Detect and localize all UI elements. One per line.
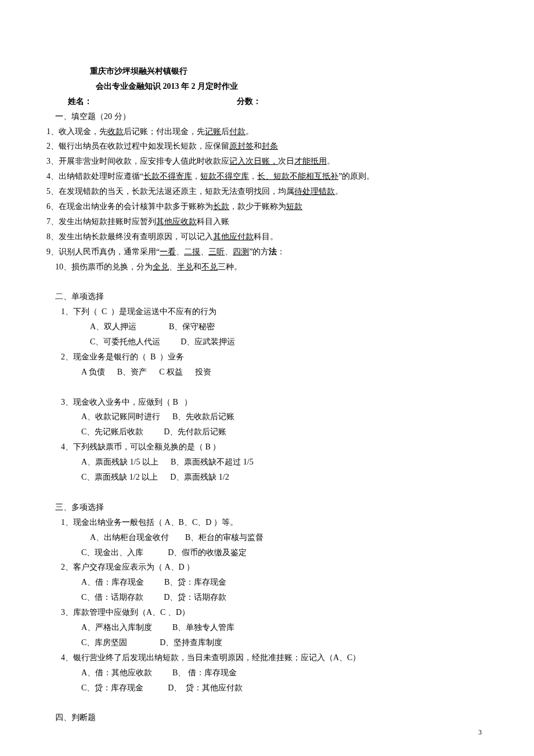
s3-q3: 3、库款管理中应做到（A、C 、D） (61, 605, 482, 620)
s1-q6: 6、在现金出纳业务的会计核算中款多于账称为长款，款少于账称为短款 (46, 199, 482, 214)
s1-q1: 1、收入现金，先收款后记账；付出现金，先记账后付款。 (46, 124, 482, 139)
page-number: 3 (478, 726, 482, 739)
s2-q1: 1、下列（ C ）是现金运送中不应有的行为 (61, 304, 482, 319)
s1-q8: 8、发生出纳长款最终没有查明原因，可以记入其他应付款科目。 (46, 229, 482, 244)
s2-q1-cd: C、可委托他人代运 D、应武装押运 (90, 334, 482, 350)
section3-heading: 三、多项选择 (55, 500, 482, 515)
s3-q4-ab: A、借：其他应收款 B、 借：库存现金 (81, 665, 482, 681)
section1-heading: 一、填空题（20 分） (55, 109, 482, 124)
s1-q4: 4、出纳错款处理时应遵循“长款不得寄库，短款不得空库，长、短款不能相互抵补”的原… (46, 169, 482, 184)
s1-q5: 5、在发现错款的当天，长款无法退还原主，短款无法查明找回，均属待处理错款。 (46, 184, 482, 199)
s1-q3: 3、开展非营业时间收款，应安排专人值此时收款应记入次日账，次日才能抵用。 (46, 154, 482, 169)
s3-q3-ab: A、严格出入库制度 B、单独专人管库 (81, 620, 482, 635)
s3-q3-cd: C、库房坚固 D、坚持查库制度 (81, 635, 482, 650)
s3-q4: 4、银行营业终了后发现出纳短款，当日未查明原因，经批准挂账；应记入（A、C） (61, 650, 482, 665)
document-page: 重庆市沙坪坝融兴村镇银行 会出专业金融知识 2013 年 2 月定时作业 姓名：… (0, 0, 534, 756)
s3-q1-cd: C、现金出、入库 D、假币的收缴及鉴定 (81, 545, 482, 560)
s2-q3-ab: A、收款记账同时进行 B、先收款后记账 (81, 409, 482, 424)
s3-q2-cd: C、借：话期存款 D、贷：话期存款 (81, 590, 482, 605)
s2-q4: 4、下列残缺票币，可以全额兑换的是（ B ） (61, 440, 482, 455)
s3-q2: 2、客户交存现金应表示为（ A、D ） (61, 560, 482, 575)
s3-q1: 1、现金出纳业务一般包括（ A、B、C、D ）等。 (61, 515, 482, 530)
s3-q1-ab: A、出纳柜台现金收付 B、柜台的审核与监督 (90, 530, 482, 545)
s1-q2: 2、银行出纳员在收款过程中如发现长短款，应保留原封签和封条 (46, 139, 482, 154)
name-label: 姓名： (68, 97, 92, 106)
s1-q9: 9、识别人民币真伪，通常采用“一看、二摸、三听、四测”的方法： (46, 244, 482, 260)
s3-q2-ab: A、借：库存现金 B、贷：库存现金 (81, 575, 482, 590)
s1-q7: 7、发生出纳短款挂账时应暂列其他应收款科目入账 (46, 214, 482, 229)
s2-q2-opts: A 负债 B、资产 C 权益 投资 (81, 365, 482, 380)
s2-q1-ab: A、双人押运 B、保守秘密 (90, 319, 482, 334)
org-name: 重庆市沙坪坝融兴村镇银行 (90, 64, 482, 79)
s3-q4-cd: C、贷：库存现金 D、 贷：其他应付款 (81, 681, 482, 696)
s2-q4-ab: A、票面残缺 1/5 以上 B、票面残缺不超过 1/5 (81, 455, 482, 470)
s2-q4-cd: C、票面残缺 1/2 以上 D、票面残缺 1/2 (81, 470, 482, 485)
section2-heading: 二、单项选择 (55, 289, 482, 304)
s2-q2: 2、现金业务是银行的（ B ）业务 (61, 350, 482, 365)
name-score-row: 姓名： 分数： (68, 94, 482, 109)
s2-q3-cd: C、先记账后收款 D、先付款后记账 (81, 424, 482, 440)
s2-q3: 3、现金收入业务中，应做到（ B ） (61, 395, 482, 410)
s1-q10: 10、损伤票币的兑换，分为全兑、半兑和不兑三种。 (55, 260, 482, 275)
section4-heading: 四、判断题 (55, 710, 482, 725)
score-label: 分数： (237, 94, 261, 109)
doc-title: 会出专业金融知识 2013 年 2 月定时作业 (96, 79, 482, 94)
